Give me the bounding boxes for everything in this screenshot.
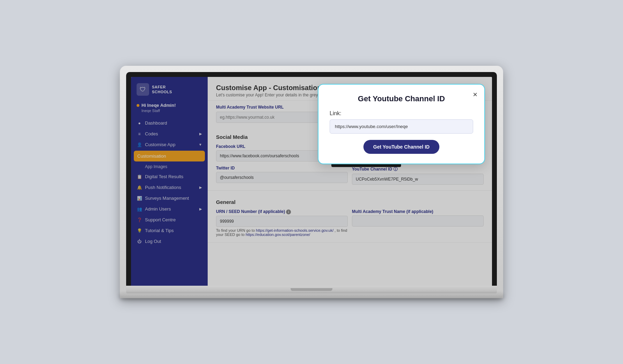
screen-content: 🛡 SAFER SCHOOLS Hi Ineqe Admin! Ineqe St… <box>131 77 492 286</box>
modal-overlay: Get Youtube Channel ID × Link: Get YouTu… <box>131 77 492 286</box>
modal-link-input[interactable] <box>330 119 473 134</box>
modal-card: Get Youtube Channel ID × Link: Get YouTu… <box>318 84 485 164</box>
laptop-base <box>126 286 497 293</box>
laptop-outer: 🛡 SAFER SCHOOLS Hi Ineqe Admin! Ineqe St… <box>120 66 503 298</box>
screen-bezel: 🛡 SAFER SCHOOLS Hi Ineqe Admin! Ineqe St… <box>126 72 497 286</box>
get-youtube-channel-id-button[interactable]: Get YouTube Channel ID <box>363 140 439 154</box>
modal-title: Get Youtube Channel ID <box>330 94 473 103</box>
modal-close-button[interactable]: × <box>473 90 477 99</box>
laptop-foot-bar <box>120 293 503 298</box>
laptop-notch <box>291 288 332 291</box>
modal-link-label: Link: <box>330 110 473 117</box>
